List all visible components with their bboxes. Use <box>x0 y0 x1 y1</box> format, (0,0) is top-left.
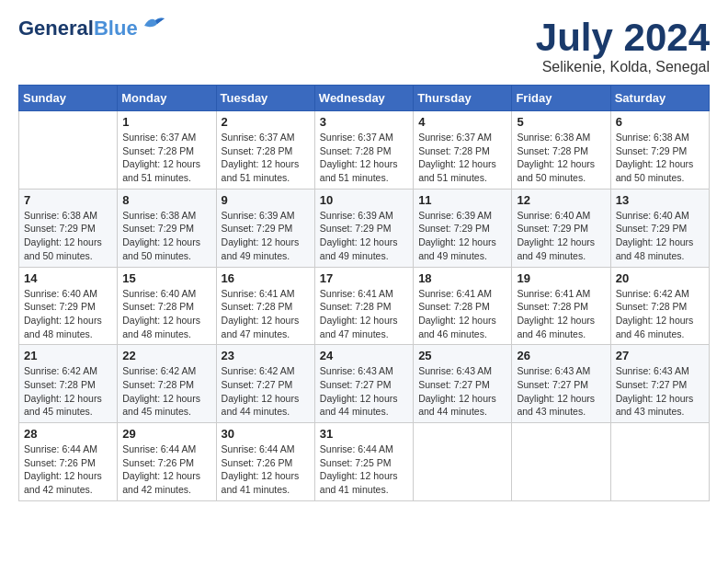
day-number: 29 <box>122 427 210 441</box>
day-number: 24 <box>320 349 408 362</box>
day-info: Sunrise: 6:41 AMSunset: 7:28 PMDaylight:… <box>222 287 310 341</box>
day-cell: 25Sunrise: 6:43 AMSunset: 7:27 PMDayligh… <box>414 345 512 423</box>
day-cell: 6Sunrise: 6:38 AMSunset: 7:29 PMDaylight… <box>610 111 709 190</box>
logo-text: GeneralBlue <box>18 18 138 39</box>
day-info: Sunrise: 6:42 AMSunset: 7:28 PMDaylight:… <box>616 287 704 341</box>
title-block: July 2024 Selikenie, Kolda, Senegal <box>536 18 710 75</box>
day-info: Sunrise: 6:37 AMSunset: 7:28 PMDaylight:… <box>222 131 310 185</box>
day-number: 10 <box>320 193 408 207</box>
day-cell: 30Sunrise: 6:44 AMSunset: 7:26 PMDayligh… <box>216 423 314 501</box>
day-cell <box>512 423 610 501</box>
day-cell: 4Sunrise: 6:37 AMSunset: 7:28 PMDaylight… <box>414 111 512 190</box>
day-number: 4 <box>418 115 506 129</box>
header-cell-tuesday: Tuesday <box>216 86 314 111</box>
day-info: Sunrise: 6:39 AMSunset: 7:29 PMDaylight:… <box>320 209 408 263</box>
day-cell: 19Sunrise: 6:41 AMSunset: 7:28 PMDayligh… <box>512 267 610 345</box>
day-cell: 17Sunrise: 6:41 AMSunset: 7:28 PMDayligh… <box>314 267 413 345</box>
day-cell: 27Sunrise: 6:43 AMSunset: 7:27 PMDayligh… <box>610 345 709 423</box>
header-cell-thursday: Thursday <box>414 86 512 111</box>
week-row-2: 7Sunrise: 6:38 AMSunset: 7:29 PMDaylight… <box>19 189 710 267</box>
day-number: 16 <box>222 271 310 285</box>
day-cell: 18Sunrise: 6:41 AMSunset: 7:28 PMDayligh… <box>414 267 512 345</box>
day-info: Sunrise: 6:39 AMSunset: 7:29 PMDaylight:… <box>418 209 506 263</box>
day-cell <box>414 423 512 501</box>
day-info: Sunrise: 6:43 AMSunset: 7:27 PMDaylight:… <box>418 364 506 419</box>
day-cell: 16Sunrise: 6:41 AMSunset: 7:28 PMDayligh… <box>216 267 314 345</box>
page-header: GeneralBlue July 2024 Selikenie, Kolda, … <box>18 18 710 75</box>
day-number: 8 <box>122 193 210 207</box>
day-number: 9 <box>222 193 310 207</box>
day-number: 30 <box>222 427 310 441</box>
day-info: Sunrise: 6:40 AMSunset: 7:29 PMDaylight:… <box>517 209 605 263</box>
day-info: Sunrise: 6:37 AMSunset: 7:28 PMDaylight:… <box>320 131 408 185</box>
day-number: 11 <box>418 193 506 207</box>
week-row-4: 21Sunrise: 6:42 AMSunset: 7:28 PMDayligh… <box>19 345 710 423</box>
week-row-1: 1Sunrise: 6:37 AMSunset: 7:28 PMDaylight… <box>19 111 710 190</box>
day-info: Sunrise: 6:43 AMSunset: 7:27 PMDaylight:… <box>616 364 704 419</box>
day-number: 26 <box>517 349 605 362</box>
header-row: SundayMondayTuesdayWednesdayThursdayFrid… <box>19 86 710 111</box>
day-cell: 2Sunrise: 6:37 AMSunset: 7:28 PMDaylight… <box>216 111 314 190</box>
day-info: Sunrise: 6:41 AMSunset: 7:28 PMDaylight:… <box>517 287 605 341</box>
day-cell: 31Sunrise: 6:44 AMSunset: 7:25 PMDayligh… <box>314 423 413 501</box>
day-info: Sunrise: 6:43 AMSunset: 7:27 PMDaylight:… <box>517 364 605 419</box>
day-cell: 15Sunrise: 6:40 AMSunset: 7:28 PMDayligh… <box>118 267 216 345</box>
day-cell: 21Sunrise: 6:42 AMSunset: 7:28 PMDayligh… <box>19 345 118 423</box>
day-number: 22 <box>122 349 210 362</box>
header-cell-monday: Monday <box>118 86 216 111</box>
day-number: 27 <box>616 349 704 362</box>
day-info: Sunrise: 6:37 AMSunset: 7:28 PMDaylight:… <box>418 131 506 185</box>
calendar-header: SundayMondayTuesdayWednesdayThursdayFrid… <box>19 86 710 111</box>
day-info: Sunrise: 6:40 AMSunset: 7:28 PMDaylight:… <box>122 287 210 341</box>
day-cell: 24Sunrise: 6:43 AMSunset: 7:27 PMDayligh… <box>314 345 413 423</box>
day-cell: 8Sunrise: 6:38 AMSunset: 7:29 PMDaylight… <box>118 189 216 267</box>
day-cell: 9Sunrise: 6:39 AMSunset: 7:29 PMDaylight… <box>216 189 314 267</box>
day-number: 25 <box>418 349 506 362</box>
day-info: Sunrise: 6:38 AMSunset: 7:28 PMDaylight:… <box>517 131 605 185</box>
day-cell: 10Sunrise: 6:39 AMSunset: 7:29 PMDayligh… <box>314 189 413 267</box>
day-info: Sunrise: 6:40 AMSunset: 7:29 PMDaylight:… <box>616 209 704 263</box>
day-number: 13 <box>616 193 704 207</box>
day-number: 21 <box>24 349 112 362</box>
day-cell: 11Sunrise: 6:39 AMSunset: 7:29 PMDayligh… <box>414 189 512 267</box>
day-info: Sunrise: 6:40 AMSunset: 7:29 PMDaylight:… <box>24 287 112 341</box>
day-cell: 1Sunrise: 6:37 AMSunset: 7:28 PMDaylight… <box>118 111 216 190</box>
day-number: 6 <box>616 115 704 129</box>
day-number: 28 <box>24 427 112 441</box>
day-number: 23 <box>222 349 310 362</box>
day-cell: 5Sunrise: 6:38 AMSunset: 7:28 PMDaylight… <box>512 111 610 190</box>
day-info: Sunrise: 6:39 AMSunset: 7:29 PMDaylight:… <box>222 209 310 263</box>
day-info: Sunrise: 6:38 AMSunset: 7:29 PMDaylight:… <box>122 209 210 263</box>
week-row-3: 14Sunrise: 6:40 AMSunset: 7:29 PMDayligh… <box>19 267 710 345</box>
location: Selikenie, Kolda, Senegal <box>536 59 710 75</box>
day-cell: 22Sunrise: 6:42 AMSunset: 7:28 PMDayligh… <box>118 345 216 423</box>
day-cell: 29Sunrise: 6:44 AMSunset: 7:26 PMDayligh… <box>118 423 216 501</box>
day-cell <box>610 423 709 501</box>
logo-bird-icon <box>141 15 166 35</box>
day-number: 14 <box>24 271 112 285</box>
day-cell: 23Sunrise: 6:42 AMSunset: 7:27 PMDayligh… <box>216 345 314 423</box>
day-info: Sunrise: 6:38 AMSunset: 7:29 PMDaylight:… <box>616 131 704 185</box>
day-number: 31 <box>320 427 408 441</box>
day-number: 1 <box>122 115 210 129</box>
day-number: 12 <box>517 193 605 207</box>
day-info: Sunrise: 6:37 AMSunset: 7:28 PMDaylight:… <box>122 131 210 185</box>
calendar-body: 1Sunrise: 6:37 AMSunset: 7:28 PMDaylight… <box>19 111 710 501</box>
day-number: 2 <box>222 115 310 129</box>
day-cell: 7Sunrise: 6:38 AMSunset: 7:29 PMDaylight… <box>19 189 118 267</box>
day-cell: 3Sunrise: 6:37 AMSunset: 7:28 PMDaylight… <box>314 111 413 190</box>
day-number: 20 <box>616 271 704 285</box>
day-info: Sunrise: 6:44 AMSunset: 7:25 PMDaylight:… <box>320 442 408 497</box>
day-number: 18 <box>418 271 506 285</box>
calendar-table: SundayMondayTuesdayWednesdayThursdayFrid… <box>18 85 710 501</box>
day-info: Sunrise: 6:38 AMSunset: 7:29 PMDaylight:… <box>24 209 112 263</box>
day-cell: 14Sunrise: 6:40 AMSunset: 7:29 PMDayligh… <box>19 267 118 345</box>
week-row-5: 28Sunrise: 6:44 AMSunset: 7:26 PMDayligh… <box>19 423 710 501</box>
day-number: 17 <box>320 271 408 285</box>
day-number: 15 <box>122 271 210 285</box>
logo: GeneralBlue <box>18 18 166 39</box>
header-cell-sunday: Sunday <box>19 86 118 111</box>
day-cell: 26Sunrise: 6:43 AMSunset: 7:27 PMDayligh… <box>512 345 610 423</box>
day-info: Sunrise: 6:44 AMSunset: 7:26 PMDaylight:… <box>24 442 112 497</box>
header-cell-friday: Friday <box>512 86 610 111</box>
